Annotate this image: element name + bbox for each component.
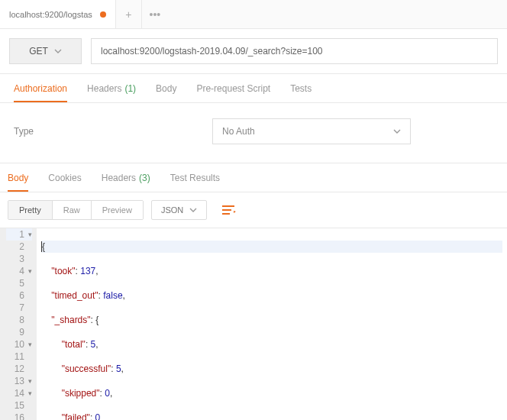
tab-authorization[interactable]: Authorization xyxy=(14,74,67,102)
viewer-controls: Pretty Raw Preview JSON xyxy=(0,192,507,228)
line-gutter: 1▾ 2 3 4▾ 5 6 7 8 9 10▾ 11 12 13▾ 14▾ 15… xyxy=(0,228,37,420)
wrap-lines-button[interactable] xyxy=(215,201,242,219)
new-tab-button[interactable]: + xyxy=(116,0,142,29)
resp-tab-test-results[interactable]: Test Results xyxy=(170,163,220,192)
resp-tab-headers[interactable]: Headers(3) xyxy=(102,163,150,192)
resp-tab-body[interactable]: Body xyxy=(8,163,28,192)
response-tabs: Body Cookies Headers(3) Test Results xyxy=(0,163,507,192)
request-tabs: Authorization Headers(1) Body Pre-reques… xyxy=(0,74,507,103)
view-mode-group: Pretty Raw Preview xyxy=(8,200,144,220)
auth-type-select[interactable]: No Auth xyxy=(212,118,411,144)
view-preview[interactable]: Preview xyxy=(92,201,143,219)
chevron-down-icon xyxy=(189,208,197,212)
chevron-down-icon xyxy=(393,129,401,134)
tab-actions: + ••• xyxy=(116,0,168,28)
view-raw[interactable]: Raw xyxy=(53,201,92,219)
tab-body[interactable]: Body xyxy=(156,74,176,102)
request-tab[interactable]: localhost:9200/logstas xyxy=(0,0,116,28)
tab-bar: localhost:9200/logstas + ••• xyxy=(0,0,507,29)
auth-type-label: Type xyxy=(14,126,212,137)
tab-prerequest[interactable]: Pre-request Script xyxy=(196,74,270,102)
view-pretty[interactable]: Pretty xyxy=(8,201,53,219)
method-label: GET xyxy=(29,46,48,57)
request-row: GET localhost:9200/logstash-2019.04.09/_… xyxy=(0,29,507,74)
format-label: JSON xyxy=(161,205,183,215)
tab-menu-button[interactable]: ••• xyxy=(142,0,168,29)
format-select[interactable]: JSON xyxy=(151,200,207,220)
resp-tab-cookies[interactable]: Cookies xyxy=(48,163,81,192)
tab-tests[interactable]: Tests xyxy=(290,74,312,102)
url-input[interactable]: localhost:9200/logstash-2019.04.09/_sear… xyxy=(91,38,498,64)
tab-headers[interactable]: Headers(1) xyxy=(87,74,136,102)
url-text: localhost:9200/logstash-2019.04.09/_sear… xyxy=(101,46,323,57)
method-select[interactable]: GET xyxy=(9,38,82,64)
unsaved-dot xyxy=(100,11,106,18)
tab-title: localhost:9200/logstas xyxy=(9,10,92,19)
auth-type-value: No Auth xyxy=(222,126,255,137)
code-area[interactable]: 1▾ 2 3 4▾ 5 6 7 8 9 10▾ 11 12 13▾ 14▾ 15… xyxy=(0,228,507,420)
auth-type-row: Type No Auth xyxy=(0,103,507,163)
chevron-down-icon xyxy=(54,49,62,53)
code-content: { "took": 137, "timed_out": false, "_sha… xyxy=(37,228,507,420)
